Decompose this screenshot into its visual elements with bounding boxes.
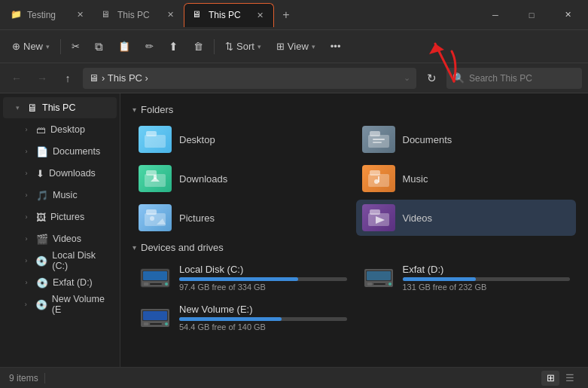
forward-button[interactable]: → — [32, 68, 53, 89]
folder-item-videos[interactable]: Videos — [356, 200, 577, 236]
copy-button[interactable]: ⧉ — [89, 35, 109, 59]
view-toggle-buttons: ⊞ ☰ — [541, 371, 579, 386]
status-bar: 9 items ⊞ ☰ — [0, 367, 588, 388]
back-button[interactable]: ← — [6, 68, 27, 89]
drive-c-free: 97.4 GB free of 334 GB — [179, 283, 347, 292]
sidebar-downloads-label: Downloads — [49, 168, 96, 179]
toolbar-sep1 — [60, 39, 61, 54]
maximize-button[interactable]: □ — [514, 3, 549, 27]
view-caret-icon: ▾ — [312, 43, 315, 50]
sidebar-item-exfat[interactable]: › 💿 Exfat (D:) — [3, 272, 117, 293]
address-row: ← → ↑ 🖥 › This PC › ⌄ ↻ 🔍 — [0, 63, 588, 93]
sidebar-item-localdisk[interactable]: › 💿 Local Disk (C:) — [3, 250, 117, 271]
tab-thispc1[interactable]: 🖥 This PC ✕ — [93, 3, 184, 27]
refresh-button[interactable]: ↻ — [421, 68, 442, 89]
sort-caret-icon: ▾ — [257, 43, 261, 50]
folder-item-pictures[interactable]: Pictures — [133, 200, 353, 236]
sidebar-item-music[interactable]: › 🎵 Music — [3, 185, 117, 206]
drive-c-bar-bg — [179, 277, 347, 281]
sidebar-item-videos[interactable]: › 🎬 Videos — [3, 228, 117, 249]
view-button[interactable]: ⊞ View ▾ — [270, 35, 321, 59]
expand-music-icon: › — [21, 190, 32, 200]
folder-item-documents[interactable]: Documents — [356, 121, 577, 157]
cut-button[interactable]: ✂ — [66, 35, 86, 59]
drive-d-thumb — [362, 264, 395, 292]
sidebar-item-desktop[interactable]: › 🗃 Desktop — [3, 119, 117, 140]
cut-icon: ✂ — [72, 41, 80, 52]
drive-item-d[interactable]: Exfat (D:) 131 GB free of 232 GB — [356, 259, 577, 296]
main-layout: ▾ 🖥 This PC › 🗃 Desktop › 📄 Documents › … — [0, 93, 588, 367]
address-pc-icon: 🖥 — [89, 72, 99, 84]
tab-thispc2-close[interactable]: ✕ — [254, 9, 266, 21]
expand-downloads-icon: › — [21, 168, 32, 179]
list-view-button[interactable]: ☰ — [561, 371, 579, 386]
delete-icon: 🗑 — [193, 41, 203, 52]
sort-button[interactable]: ⇅ Sort ▾ — [219, 35, 267, 59]
drive-c-name: Local Disk (C:) — [179, 264, 347, 275]
new-tab-button[interactable]: + — [276, 5, 297, 26]
address-bar[interactable]: 🖥 › This PC › ⌄ — [83, 68, 416, 89]
minimize-button[interactable]: ─ — [478, 3, 513, 27]
share-button[interactable]: ⬆ — [163, 35, 184, 59]
paste-icon: 📋 — [118, 41, 130, 52]
tab-thispc1-close[interactable]: ✕ — [164, 9, 176, 21]
tab-testing-label: Testing — [27, 10, 56, 20]
sidebar-item-documents[interactable]: › 📄 Documents — [3, 141, 117, 162]
close-button[interactable]: ✕ — [550, 3, 585, 27]
svg-rect-31 — [367, 283, 372, 286]
pictures-folder-label: Pictures — [179, 212, 215, 224]
up-button[interactable]: ↑ — [57, 68, 78, 89]
sidebar-item-pictures[interactable]: › 🖼 Pictures — [3, 206, 117, 228]
new-icon: ⊕ — [12, 41, 20, 52]
svg-rect-37 — [144, 322, 148, 325]
pictures-folder-thumb — [139, 204, 172, 231]
folders-section-header: ▾ Folders — [133, 104, 576, 115]
paste-button[interactable]: 📋 — [112, 35, 136, 59]
drive-d-bar-bg — [403, 277, 571, 281]
sidebar-exfat-label: Exfat (D:) — [53, 277, 93, 288]
new-button[interactable]: ⊕ New ▾ — [6, 35, 56, 59]
rename-button[interactable]: ✏ — [139, 35, 160, 59]
tab-thispc2-icon: 🖥 — [192, 9, 204, 21]
folder-grid: Desktop Documents — [133, 121, 576, 236]
large-icons-view-button[interactable]: ⊞ — [541, 371, 559, 386]
folder-item-desktop[interactable]: Desktop — [133, 121, 353, 157]
drive-item-c[interactable]: Local Disk (C:) 97.4 GB free of 334 GB — [133, 259, 353, 296]
sidebar-item-thispc[interactable]: ▾ 🖥 This PC — [3, 97, 117, 118]
desktop-folder-label: Desktop — [179, 134, 215, 145]
tab-testing-icon: 📁 — [11, 9, 23, 21]
desktop-folder-icon: 🗃 — [36, 124, 46, 136]
drive-c-info: Local Disk (C:) 97.4 GB free of 334 GB — [179, 264, 347, 292]
search-bar[interactable]: 🔍 — [446, 68, 582, 89]
tab-testing-close[interactable]: ✕ — [74, 9, 86, 21]
sidebar-item-newvol[interactable]: › 💿 New Volume (E — [3, 294, 117, 315]
newvol-icon: 💿 — [35, 299, 47, 310]
sidebar-item-downloads[interactable]: › ⬇ Downloads — [3, 163, 117, 184]
expand-documents-icon: › — [21, 146, 32, 157]
tab-testing[interactable]: 📁 Testing ✕ — [3, 3, 93, 27]
drive-e-thumb — [139, 304, 172, 331]
devices-chevron-icon: ▾ — [133, 243, 136, 252]
svg-rect-32 — [373, 283, 385, 285]
expand-videos-icon: › — [21, 234, 32, 244]
drive-e-free: 54.4 GB free of 140 GB — [179, 322, 347, 331]
svg-rect-1 — [146, 131, 157, 136]
drive-grid: Local Disk (C:) 97.4 GB free of 334 GB — [133, 259, 576, 336]
delete-button[interactable]: 🗑 — [187, 35, 209, 59]
devices-section-header: ▾ Devices and drives — [133, 242, 576, 253]
sidebar-videos-label: Videos — [53, 234, 81, 244]
sidebar-pictures-label: Pictures — [50, 212, 84, 222]
sort-icon: ⇅ — [225, 41, 233, 52]
address-text: › This PC › — [102, 72, 148, 84]
drive-e-name: New Volume (E:) — [179, 304, 347, 315]
folder-item-music[interactable]: Music — [356, 160, 577, 197]
search-input[interactable] — [469, 73, 576, 84]
svg-rect-24 — [143, 271, 167, 280]
more-button[interactable]: ••• — [324, 35, 347, 59]
drive-item-e[interactable]: New Volume (E:) 54.4 GB free of 140 GB — [133, 299, 353, 336]
tab-thispc2[interactable]: 🖥 This PC ✕ — [184, 3, 274, 27]
drive-e-info: New Volume (E:) 54.4 GB free of 140 GB — [179, 304, 347, 331]
rename-icon: ✏ — [145, 41, 154, 52]
devices-label: Devices and drives — [141, 242, 224, 253]
folder-item-downloads[interactable]: Downloads — [133, 160, 353, 197]
